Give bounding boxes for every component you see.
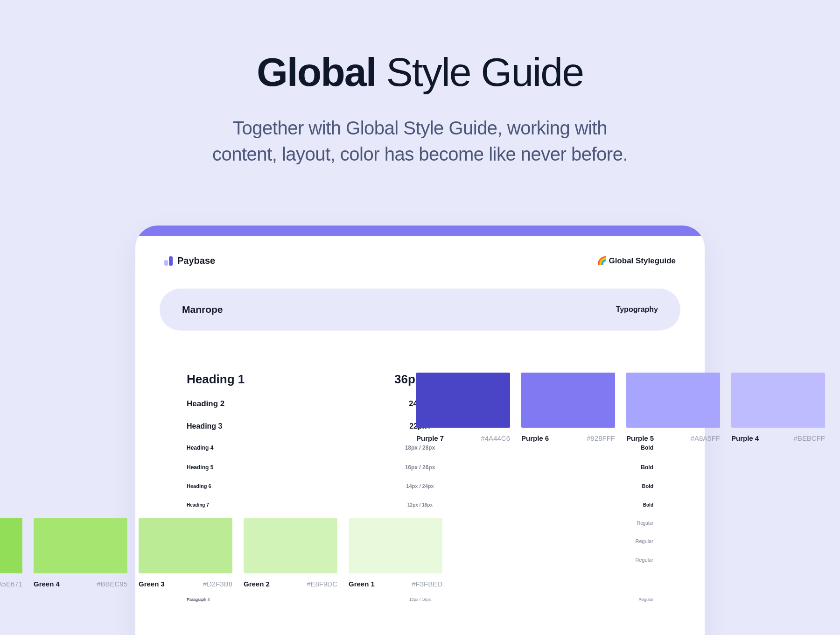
swatch-name: Green 4	[34, 580, 60, 588]
color-swatch: Purple 7#4A44C6	[416, 373, 510, 442]
card-header: Paybase 🌈 Global Styleguide	[135, 236, 705, 266]
swatch-box	[34, 518, 127, 573]
hero-subtitle: Together with Global Style Guide, workin…	[0, 115, 840, 167]
type-size: 12px / 16px	[342, 502, 497, 508]
swatch-name: Green 2	[244, 580, 270, 588]
type-size: 16px / 26px	[342, 464, 497, 471]
hero-title-bold: Global	[257, 49, 376, 94]
swatch-label: Purple 6#928FFF	[521, 434, 615, 442]
swatch-label: Purple 7#4A44C6	[416, 434, 510, 442]
swatch-name: Purple 5	[626, 434, 654, 442]
type-weight: Bold	[498, 502, 653, 508]
swatch-name: Purple 7	[416, 434, 444, 442]
global-styleguide-label: 🌈 Global Styleguide	[597, 256, 676, 266]
swatch-hex: #BEBCFF	[793, 434, 825, 442]
hero-title: Global Style Guide	[0, 49, 840, 95]
swatch-label: Purple 4#BEBCFF	[731, 434, 825, 442]
color-swatch: Purple 4#BEBCFF	[731, 373, 825, 442]
type-name: Paragraph 4	[187, 597, 342, 602]
hero-title-rest: Style Guide	[376, 49, 583, 94]
brand-logo-icon	[164, 256, 173, 266]
hero: Global Style Guide Together with Global …	[0, 49, 840, 167]
type-name: Heading 6	[187, 483, 342, 489]
type-weight: Regular	[498, 557, 653, 563]
swatch-hex: #A8A5FF	[691, 434, 720, 442]
section-label: Typography	[616, 305, 658, 314]
color-swatch: Green 2#E8F9DC	[244, 518, 337, 588]
type-weight: Bold	[498, 464, 653, 471]
type-name: Heading 1	[187, 372, 342, 387]
swatch-label: Purple 5#A8A5FF	[626, 434, 720, 442]
type-size: 18px / 28px	[342, 444, 497, 451]
card-accent-stripe	[135, 226, 705, 236]
brand: Paybase	[164, 255, 215, 266]
swatch-hex: #D2F3B8	[203, 580, 232, 588]
typography-row: Heading 614px / 24pxBold	[187, 477, 653, 495]
swatch-hex: #4A44C6	[481, 434, 510, 442]
color-swatch: Purple 5#A8A5FF	[626, 373, 720, 442]
hero-subtitle-l2: content, layout, color has become like n…	[212, 144, 628, 164]
type-size: 12px / 16px	[342, 597, 497, 602]
typography-pill: Manrope Typography	[160, 289, 680, 331]
hero-subtitle-l1: Together with Global Style Guide, workin…	[233, 118, 607, 138]
type-name: Heading 3	[187, 422, 342, 430]
swatch-box	[349, 518, 442, 573]
color-swatch: Green 1#F3FBED	[349, 518, 442, 588]
swatch-name: Purple 4	[731, 434, 759, 442]
swatch-box	[416, 373, 510, 428]
swatch-label: #A5E671	[0, 580, 22, 588]
swatch-label: Green 1#F3FBED	[349, 580, 442, 588]
type-size: 14px / 24px	[342, 483, 497, 489]
swatch-box	[626, 373, 720, 428]
type-weight: Regular	[498, 597, 653, 602]
swatch-hex: #928FFF	[587, 434, 615, 442]
typography-row: Heading 712px / 16pxBold	[187, 495, 653, 514]
purple-swatch-row: Purple 7#4A44C6Purple 6#928FFFPurple 5#A…	[416, 373, 825, 442]
swatch-box	[244, 518, 337, 573]
type-weight: Regular	[498, 538, 653, 544]
swatch-hex: #BBEC95	[97, 580, 127, 588]
swatch-hex: #F3FBED	[412, 580, 442, 588]
swatch-hex: #A5E671	[0, 580, 22, 588]
swatch-box	[0, 518, 22, 573]
brand-name: Paybase	[177, 255, 215, 266]
swatch-hex: #E8F9DC	[307, 580, 337, 588]
swatch-label: Green 4#BBEC95	[34, 580, 127, 588]
swatch-box	[731, 373, 825, 428]
swatch-box	[139, 518, 232, 573]
color-swatch: Green 4#BBEC95	[34, 518, 127, 588]
color-swatch: Green 3#D2F3B8	[139, 518, 232, 588]
type-name: Heading 2	[187, 399, 342, 409]
color-swatch: #A5E671	[0, 518, 22, 588]
swatch-name: Purple 6	[521, 434, 549, 442]
swatch-label: Green 3#D2F3B8	[139, 580, 232, 588]
swatch-name: Green 1	[349, 580, 375, 588]
type-name: Heading 4	[187, 444, 342, 451]
type-weight: Bold	[498, 483, 653, 489]
green-swatch-row: #A5E671Green 4#BBEC95Green 3#D2F3B8Green…	[0, 518, 442, 588]
font-family-name: Manrope	[182, 304, 223, 315]
swatch-name: Green 3	[139, 580, 165, 588]
type-name: Heading 7	[187, 502, 342, 508]
swatch-label: Green 2#E8F9DC	[244, 580, 337, 588]
type-weight: Regular	[498, 521, 653, 526]
type-name: Heading 5	[187, 464, 342, 471]
swatch-box	[521, 373, 615, 428]
type-weight: Bold	[498, 444, 653, 451]
typography-row: Heading 516px / 26pxBold	[187, 458, 653, 477]
color-swatch: Purple 6#928FFF	[521, 373, 615, 442]
